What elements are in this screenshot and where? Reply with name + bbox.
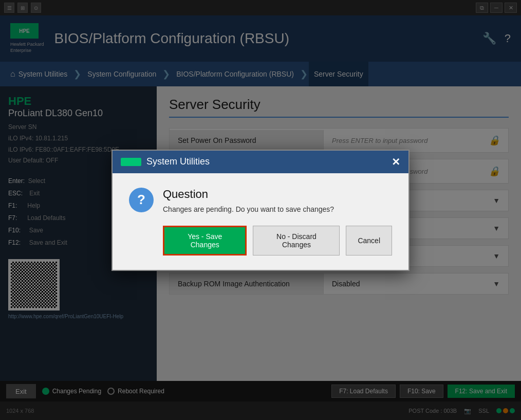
modal-question-text: Changes are pending. Do you want to save… — [163, 205, 334, 213]
modal-title: System Utilities — [146, 156, 210, 167]
no-discard-button[interactable]: No - Discard Changes — [253, 226, 340, 255]
modal-header-left: System Utilities — [121, 156, 210, 167]
modal-icon-row: ? Question Changes are pending. Do you w… — [129, 188, 392, 213]
modal-question-title: Question — [163, 188, 334, 201]
cancel-button[interactable]: Cancel — [346, 226, 392, 255]
modal-header: System Utilities ✕ — [113, 151, 408, 173]
modal-header-indicator — [121, 158, 141, 166]
question-icon: ? — [129, 188, 154, 212]
yes-save-button[interactable]: Yes - Save Changes — [163, 226, 247, 255]
modal-buttons: Yes - Save Changes No - Discard Changes … — [129, 226, 392, 255]
modal-dialog: System Utilities ✕ ? Question Changes ar… — [111, 150, 410, 271]
modal-overlay: System Utilities ✕ ? Question Changes ar… — [0, 0, 521, 420]
modal-close-button[interactable]: ✕ — [392, 156, 400, 168]
modal-text-content: Question Changes are pending. Do you wan… — [163, 188, 334, 213]
modal-body: ? Question Changes are pending. Do you w… — [113, 173, 408, 270]
